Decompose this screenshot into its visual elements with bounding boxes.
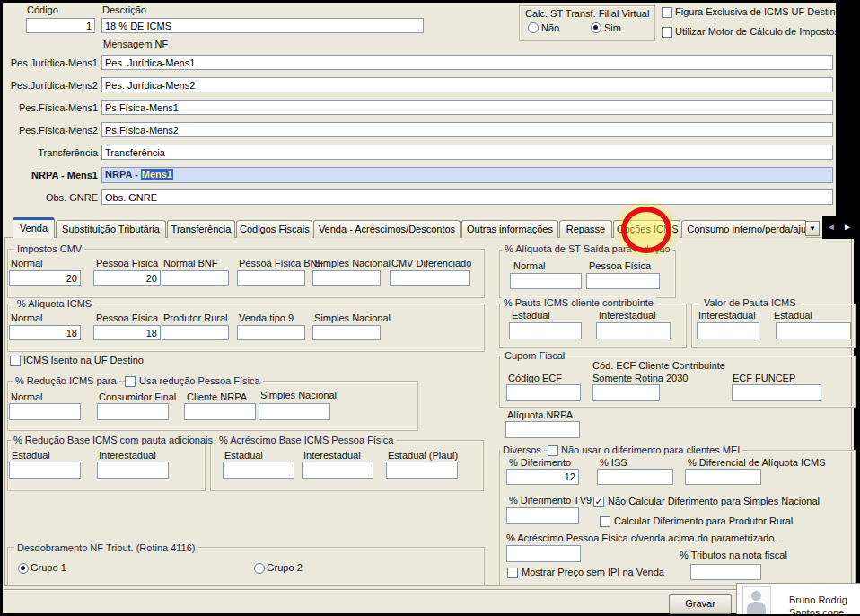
avatar-body-icon xyxy=(747,602,766,614)
cod-ecf-cc-line2: Somente Rotina 2030 xyxy=(592,373,688,383)
tab-codigos-fiscais[interactable]: Códigos Fiscais xyxy=(236,220,312,238)
red-cliente-nrpa-input[interactable] xyxy=(184,403,256,420)
tab-outras-informacoes[interactable]: Outras informações xyxy=(461,220,558,238)
gravar-button[interactable]: Gravar xyxy=(669,594,732,614)
obs-gnre-input[interactable] xyxy=(101,189,833,205)
cmv-pessoa-fisica-input[interactable] xyxy=(93,270,161,286)
tab-repasse[interactable]: Repasse xyxy=(559,220,612,238)
aliquota-nrpa-input[interactable] xyxy=(505,421,580,438)
pes-fisica-mens2-input[interactable] xyxy=(101,122,833,137)
acrbase-estadual-input[interactable] xyxy=(223,462,294,479)
cmv-diferenciado-input[interactable] xyxy=(390,270,470,286)
dif-aliquota-input[interactable] xyxy=(685,469,761,485)
diferimento-tv9-input[interactable] xyxy=(506,507,579,524)
ecf-funcep-input[interactable] xyxy=(732,384,821,401)
tab-venda[interactable]: Venda xyxy=(13,217,55,238)
stsaida-normal-label: Normal xyxy=(513,260,545,271)
cmv-normal-bnf-input[interactable] xyxy=(162,270,229,286)
nrpa-text: NRPA - xyxy=(105,169,141,180)
calc-diferimento-rural-checkbox[interactable] xyxy=(600,516,610,527)
app-window: { "colors":{"window_bg":"#ebe9dc","selec… xyxy=(0,0,860,616)
acrescimo-pf-input[interactable] xyxy=(506,545,581,562)
calc-st-sim-radio[interactable] xyxy=(591,22,601,33)
cmv-normal-input[interactable] xyxy=(9,270,81,286)
pauta-estadual-input[interactable] xyxy=(509,322,582,339)
cmv-simples-input[interactable] xyxy=(312,270,381,286)
mei-checkbox[interactable] xyxy=(548,445,558,456)
red-normal-input[interactable] xyxy=(9,403,81,420)
transferencia-input[interactable] xyxy=(101,145,833,160)
usa-reducao-pf-label: Usa redução Pessoa Física xyxy=(136,375,263,386)
redbase-estadual-label: Estadual xyxy=(12,450,50,461)
tab-substituicao-tributaria[interactable]: Substituição Tributária xyxy=(56,220,166,238)
tab-transferencia[interactable]: Transferência xyxy=(167,220,235,238)
diferimento-input[interactable] xyxy=(506,469,579,485)
pes-juridica-mens2-input[interactable] xyxy=(101,77,833,92)
acrescimo-pf-label: % Acréscimo Pessoa Física c/venda acima … xyxy=(506,532,777,543)
motor-calculo-label: Utilizar Motor de Cálculo de Impostos xyxy=(675,26,839,37)
aliquota-icms-title: % Alíquota ICMS xyxy=(14,298,94,309)
aliq-pf-input[interactable] xyxy=(93,325,161,340)
figura-exclusiva-checkbox[interactable] xyxy=(662,7,672,18)
cmv-pf-bnf-input[interactable] xyxy=(237,270,305,286)
cod-ecf-cc-input[interactable] xyxy=(592,384,660,401)
acrbase-piaui-input[interactable] xyxy=(386,462,458,479)
red-simples-input[interactable] xyxy=(259,403,330,420)
impostos-cmv-title: Impostos CMV xyxy=(14,243,84,254)
tab-consumo-interno[interactable]: Consumo interno/perda/ajuste xyxy=(681,220,806,238)
stsaida-pf-input[interactable] xyxy=(586,273,660,289)
nrpa-mens1-label: NRPA - Mens1 xyxy=(2,170,98,180)
acrescimo-base-title: % Acréscimo Base ICMS Pessoa Física xyxy=(216,435,396,445)
vpauta-estadual-input[interactable] xyxy=(776,322,851,339)
redbase-estadual-input[interactable] xyxy=(9,462,81,479)
tab-scroll-right-icon[interactable]: ► xyxy=(843,223,852,232)
pauta-interestadual-input[interactable] xyxy=(596,322,671,339)
desdobramento-title: Desdobramento NF Tribut. (Rotina 4116) xyxy=(14,542,198,553)
tributos-input[interactable] xyxy=(690,564,761,580)
codigo-input[interactable] xyxy=(26,18,95,33)
nao-calc-diferimento-simples-checkbox[interactable] xyxy=(593,497,604,507)
nrpa-mens1-input[interactable]: NRPA - Mens1 xyxy=(101,167,833,183)
window-edge-top-right xyxy=(836,3,854,216)
icms-isento-label: ICMS Isento na UF Destino xyxy=(23,355,144,365)
red-consumidor-input[interactable] xyxy=(97,403,169,420)
grupo1-radio[interactable] xyxy=(18,563,29,574)
mostrar-preco-ipi-checkbox[interactable] xyxy=(507,568,518,578)
aliq-normal-input[interactable] xyxy=(9,325,81,340)
usa-reducao-pf-checkbox[interactable] xyxy=(125,376,136,387)
cmv-simples-label: Simples Nacional xyxy=(314,258,391,268)
aliq-produtor-rural-input[interactable] xyxy=(162,325,229,340)
cupom-fiscal-title: Cupom Fiscal xyxy=(502,350,567,361)
mensagem-nf-label: Mensagem NF xyxy=(103,39,168,49)
iss-label: % ISS xyxy=(600,457,627,468)
grupo2-radio[interactable] xyxy=(254,563,265,574)
codigo-ecf-input[interactable] xyxy=(506,384,581,401)
diferimento-tv9-label: % Diferimento TV9 xyxy=(509,495,592,506)
vpauta-interestadual-input[interactable] xyxy=(697,322,759,339)
motor-calculo-checkbox[interactable] xyxy=(662,27,672,38)
mei-label: Não usar o diferimento para clientes MEI xyxy=(558,444,742,455)
icms-isento-checkbox[interactable] xyxy=(10,356,21,366)
tab-venda-acrescimos-descontos[interactable]: Venda - Acréscimos/Descontos xyxy=(313,220,461,238)
pauta-cliente-title: % Pauta ICMS cliente contribuinte xyxy=(501,297,656,308)
diferimento-label: % Diferimento xyxy=(509,457,571,468)
acrbase-interestadual-input[interactable] xyxy=(302,462,373,479)
stsaida-normal-input[interactable] xyxy=(510,273,582,289)
tab-list-dropdown-button[interactable]: ▼ xyxy=(805,221,820,236)
pes-juridica-mens2-label: Pes.Jurídica-Mens2 xyxy=(2,80,98,91)
dif-aliquota-label: % Diferencial de Alíquota ICMS xyxy=(688,457,825,468)
redbase-interestadual-label: Interestadual xyxy=(99,450,156,461)
user-panel: Bruno Rodrig Santos cone xyxy=(736,583,860,614)
aliq-simples-input[interactable] xyxy=(312,325,381,340)
iss-input[interactable] xyxy=(597,469,673,485)
calc-st-nao-radio[interactable] xyxy=(528,22,539,33)
descricao-input[interactable] xyxy=(101,18,424,33)
pes-juridica-mens1-input[interactable] xyxy=(101,55,833,70)
tab-scroll-left-icon[interactable]: ◄ xyxy=(827,223,836,232)
redbase-interestadual-input[interactable] xyxy=(97,462,169,479)
aliq-venda-tipo9-label: Venda tipo 9 xyxy=(239,312,294,323)
pes-fisica-mens1-input[interactable] xyxy=(101,100,833,115)
cod-ecf-cc-line1: Cód. ECF Cliente Contribuinte xyxy=(592,360,725,371)
aliq-venda-tipo9-input[interactable] xyxy=(237,325,305,340)
descricao-label: Descrição xyxy=(102,4,146,15)
